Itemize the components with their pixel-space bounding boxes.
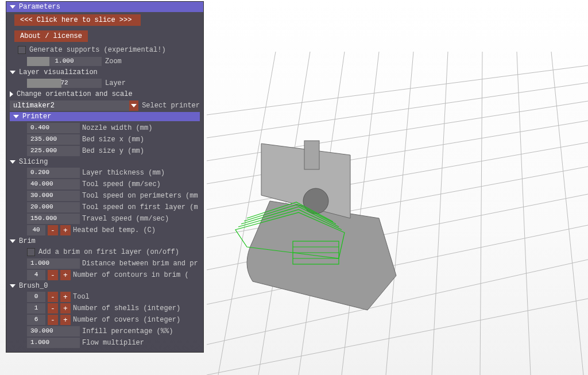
section-layer-visualization[interactable]: Layer visualization bbox=[6, 67, 203, 78]
travel-speed-input[interactable]: 150.000 bbox=[27, 214, 80, 224]
printer-select-dropdown[interactable] bbox=[129, 100, 138, 111]
svg-line-9 bbox=[207, 299, 588, 375]
supports-label: Generate supports (experimental!) bbox=[29, 46, 166, 54]
section-orientation[interactable]: Change orientation and scale bbox=[6, 89, 203, 99]
perimeter-speed-input[interactable]: 30.000 bbox=[27, 191, 80, 201]
chevron-down-icon bbox=[10, 71, 16, 74]
svg-line-0 bbox=[207, 65, 588, 115]
brush-shells-minus[interactable]: - bbox=[48, 303, 58, 314]
brush-tool-minus[interactable]: - bbox=[48, 292, 58, 302]
svg-line-17 bbox=[517, 52, 531, 375]
bed-x-input[interactable]: 235.000 bbox=[27, 134, 80, 145]
chevron-down-icon bbox=[13, 115, 19, 118]
infill-input[interactable]: 30.000 bbox=[27, 326, 80, 337]
section-brim[interactable]: Brim bbox=[6, 236, 203, 246]
panel-titlebar[interactable]: Parameters bbox=[6, 2, 203, 12]
section-slicing[interactable]: Slicing bbox=[6, 157, 203, 167]
section-printer[interactable]: Printer bbox=[10, 112, 200, 121]
svg-point-20 bbox=[303, 188, 328, 214]
brim-contours-input[interactable]: 4 bbox=[27, 270, 45, 280]
build-plate-grid bbox=[207, 0, 588, 375]
collapse-icon bbox=[10, 5, 16, 9]
about-button[interactable]: About / license bbox=[14, 30, 88, 42]
printer-select[interactable]: ultimaker2 bbox=[10, 100, 129, 111]
slice-button[interactable]: <<< Click here to slice >>> bbox=[14, 14, 141, 26]
chevron-down-icon bbox=[10, 160, 16, 164]
brush-covers-input[interactable]: 6 bbox=[27, 315, 45, 325]
brush-covers-minus[interactable]: - bbox=[48, 315, 58, 325]
flow-input[interactable]: 1.000 bbox=[27, 338, 80, 348]
layer-slider[interactable]: 72 bbox=[27, 79, 102, 88]
bed-temp-input[interactable]: 40 bbox=[27, 225, 45, 235]
chevron-down-icon bbox=[131, 104, 137, 107]
nozzle-width-input[interactable]: 0.400 bbox=[27, 123, 80, 133]
first-layer-speed-input[interactable]: 20.000 bbox=[27, 202, 80, 212]
supports-checkbox[interactable] bbox=[18, 46, 26, 54]
svg-line-15 bbox=[432, 52, 448, 375]
svg-line-18 bbox=[551, 52, 583, 375]
parameters-panel: Parameters <<< Click here to slice >>> A… bbox=[6, 1, 204, 353]
brim-distance-input[interactable]: 1.000 bbox=[27, 258, 80, 269]
model-benchy bbox=[235, 141, 396, 310]
brim-contours-minus[interactable]: - bbox=[48, 270, 58, 280]
svg-line-16 bbox=[480, 52, 482, 375]
brush-shells-input[interactable]: 1 bbox=[27, 303, 45, 314]
svg-line-14 bbox=[386, 52, 413, 375]
bed-temp-minus[interactable]: - bbox=[48, 225, 58, 235]
brush-tool-input[interactable]: 0 bbox=[27, 292, 45, 302]
brim-checkbox[interactable] bbox=[27, 248, 35, 256]
tool-speed-input[interactable]: 40.000 bbox=[27, 179, 80, 190]
chevron-down-icon bbox=[10, 239, 16, 243]
section-brush[interactable]: Brush_0 bbox=[6, 281, 203, 291]
chevron-down-icon bbox=[10, 284, 16, 288]
bed-temp-plus[interactable]: + bbox=[60, 225, 71, 235]
bed-y-input[interactable]: 225.000 bbox=[27, 146, 80, 156]
brim-contours-plus[interactable]: + bbox=[60, 270, 71, 280]
brush-covers-plus[interactable]: + bbox=[60, 315, 71, 325]
zoom-slider[interactable]: 1.000 bbox=[27, 57, 102, 66]
panel-title: Parameters bbox=[19, 3, 60, 11]
scene-3d[interactable] bbox=[207, 0, 588, 375]
chevron-right-icon bbox=[10, 91, 13, 97]
brush-shells-plus[interactable]: + bbox=[60, 303, 71, 314]
svg-rect-19 bbox=[304, 141, 319, 169]
layer-thickness-input[interactable]: 0.200 bbox=[27, 168, 80, 178]
brush-tool-plus[interactable]: + bbox=[60, 292, 71, 302]
